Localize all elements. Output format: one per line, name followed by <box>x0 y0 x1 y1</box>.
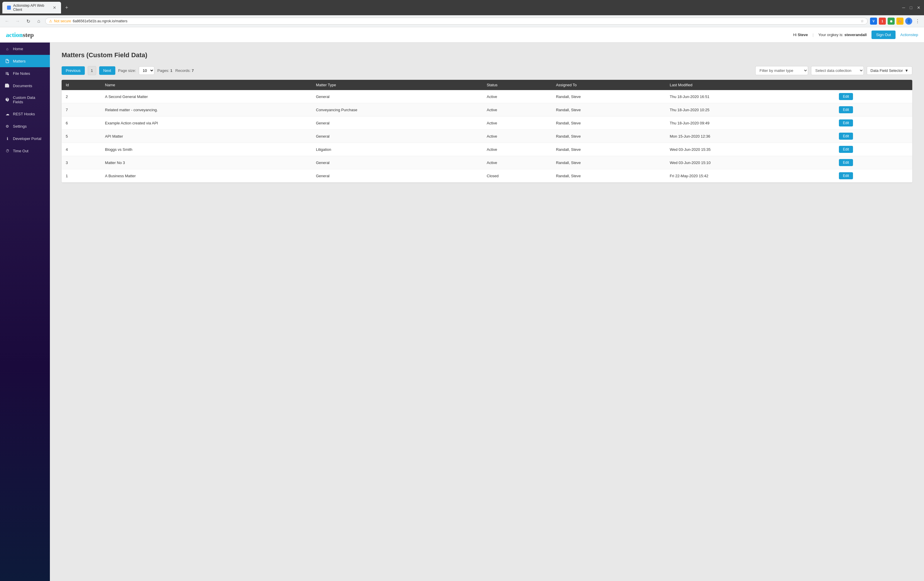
cell-name: A Business Matter <box>101 169 312 183</box>
cell-name: Related matter - conveyancing. <box>101 103 312 117</box>
cell-assigned-to: Randall, Steve <box>552 103 666 117</box>
edit-button[interactable]: Edit <box>839 119 853 127</box>
ext-icon-2[interactable]: 1 <box>879 18 886 25</box>
matters-table-container: Id Name Matter Type Status Assigned To L… <box>62 80 912 183</box>
cell-status: Active <box>483 156 552 169</box>
settings-icon: ⚙ <box>5 124 10 129</box>
browser-controls: ← → ↻ ⌂ ⚠ Not secure 6a86561e5d1b.au.ngr… <box>0 15 924 27</box>
cell-id: 7 <box>62 103 101 117</box>
cell-edit[interactable]: Edit <box>835 103 912 117</box>
cell-matter-type: General <box>312 156 483 169</box>
cell-edit[interactable]: Edit <box>835 117 912 130</box>
cell-edit[interactable]: Edit <box>835 90 912 103</box>
maximize-button[interactable]: □ <box>909 4 913 11</box>
sidebar: ⌂ Home Matters File Notes Documents <box>0 43 50 581</box>
minimize-button[interactable]: ─ <box>901 4 906 11</box>
page-size-label: Page size: <box>118 68 136 73</box>
cell-status: Active <box>483 117 552 130</box>
orgkey-value: steverandall <box>845 33 867 37</box>
sidebar-item-documents[interactable]: Documents <box>0 79 50 92</box>
edit-button[interactable]: Edit <box>839 133 853 140</box>
cell-edit[interactable]: Edit <box>835 169 912 183</box>
cell-assigned-to: Randall, Steve <box>552 130 666 143</box>
forward-button[interactable]: → <box>13 17 22 25</box>
table-row: 2 A Second General Matter General Active… <box>62 90 912 103</box>
data-collection-select[interactable]: Select data collection <box>811 66 864 75</box>
filter-by-matter-type-select[interactable]: Filter by matter type <box>755 66 808 75</box>
cell-status: Closed <box>483 169 552 183</box>
sidebar-item-rest-hooks[interactable]: ☁ REST Hooks <box>0 108 50 120</box>
cell-edit[interactable]: Edit <box>835 143 912 156</box>
developer-portal-icon: ℹ <box>5 136 10 141</box>
table-header-row: Id Name Matter Type Status Assigned To L… <box>62 80 912 90</box>
sidebar-time-out-label: Time Out <box>13 149 28 153</box>
cell-name: API Matter <box>101 130 312 143</box>
sidebar-settings-label: Settings <box>13 124 27 129</box>
divider: | <box>812 33 813 37</box>
main-content: Matters (Custom Field Data) Previous 1 N… <box>50 43 924 581</box>
new-tab-button[interactable]: + <box>63 4 70 12</box>
col-name: Name <box>101 80 312 90</box>
sidebar-documents-label: Documents <box>13 84 32 88</box>
previous-button[interactable]: Previous <box>62 66 85 75</box>
close-button[interactable]: ✕ <box>916 4 922 11</box>
edit-button[interactable]: Edit <box>839 93 853 100</box>
address-bar[interactable]: ⚠ Not secure 6a86561e5d1b.au.ngrok.io/ma… <box>45 18 868 25</box>
next-button[interactable]: Next <box>99 66 116 75</box>
menu-icon[interactable]: ⋮ <box>914 18 921 25</box>
back-button[interactable]: ← <box>3 17 11 25</box>
reload-button[interactable]: ↻ <box>24 17 32 25</box>
edit-button[interactable]: Edit <box>839 172 853 179</box>
page-size-select[interactable]: 10 25 50 <box>139 66 154 75</box>
browser-tab[interactable]: Actionstep API Web Client ✕ <box>2 2 61 13</box>
actionstep-link[interactable]: Actionstep <box>900 33 918 37</box>
col-status: Status <box>483 80 552 90</box>
home-nav-button[interactable]: ⌂ <box>35 17 43 25</box>
browser-chrome: Actionstep API Web Client ✕ + ─ □ ✕ ← → … <box>0 0 924 27</box>
cell-id: 6 <box>62 117 101 130</box>
table-body: 2 A Second General Matter General Active… <box>62 90 912 183</box>
sidebar-item-custom-data-fields[interactable]: Custom Data Fields <box>0 92 50 108</box>
cell-last-modified: Fri 22-May-2020 15:42 <box>666 169 835 183</box>
edit-button[interactable]: Edit <box>839 159 853 166</box>
records-info: Records: 7 <box>175 68 194 73</box>
signout-button[interactable]: Sign Out <box>871 31 896 39</box>
matters-icon <box>5 58 10 64</box>
edit-button[interactable]: Edit <box>839 106 853 113</box>
home-icon: ⌂ <box>5 46 10 51</box>
edit-button[interactable]: Edit <box>839 146 853 153</box>
cell-matter-type: General <box>312 169 483 183</box>
ext-icon-4[interactable]: 🎨 <box>896 18 903 25</box>
cell-id: 3 <box>62 156 101 169</box>
cell-last-modified: Wed 03-Jun-2020 15:35 <box>666 143 835 156</box>
cell-edit[interactable]: Edit <box>835 130 912 143</box>
cell-assigned-to: Randall, Steve <box>552 90 666 103</box>
sidebar-item-settings[interactable]: ⚙ Settings <box>0 120 50 132</box>
app-logo: actionstep <box>6 31 34 39</box>
data-field-selector-button[interactable]: Data Field Selector ▼ <box>867 66 912 75</box>
sidebar-item-file-notes[interactable]: File Notes <box>0 67 50 79</box>
cell-matter-type: General <box>312 130 483 143</box>
bookmark-icon[interactable]: ☆ <box>861 19 864 23</box>
cell-id: 2 <box>62 90 101 103</box>
cell-name: Bloggs vs Smith <box>101 143 312 156</box>
cell-name: Example Action created via API <box>101 117 312 130</box>
greeting-text: Hi Steve <box>793 33 808 37</box>
ext-icon-1[interactable]: V <box>870 18 877 25</box>
cell-edit[interactable]: Edit <box>835 156 912 169</box>
user-account-icon[interactable]: 👤 <box>905 18 912 25</box>
sidebar-matters-label: Matters <box>13 59 26 63</box>
records-value: 7 <box>191 68 194 73</box>
cell-status: Active <box>483 90 552 103</box>
username-text: Steve <box>798 33 808 37</box>
sidebar-rest-hooks-label: REST Hooks <box>13 112 35 116</box>
sidebar-item-home[interactable]: ⌂ Home <box>0 43 50 55</box>
sidebar-item-developer-portal[interactable]: ℹ Developer Portal <box>0 132 50 145</box>
cell-matter-type: General <box>312 117 483 130</box>
table-row: 1 A Business Matter General Closed Randa… <box>62 169 912 183</box>
ext-icon-3[interactable]: ⬟ <box>888 18 895 25</box>
data-field-selector-label: Data Field Selector <box>871 68 903 73</box>
tab-close-icon[interactable]: ✕ <box>53 5 56 10</box>
sidebar-item-matters[interactable]: Matters <box>0 55 50 67</box>
sidebar-item-time-out[interactable]: ⏱ Time Out <box>0 145 50 157</box>
